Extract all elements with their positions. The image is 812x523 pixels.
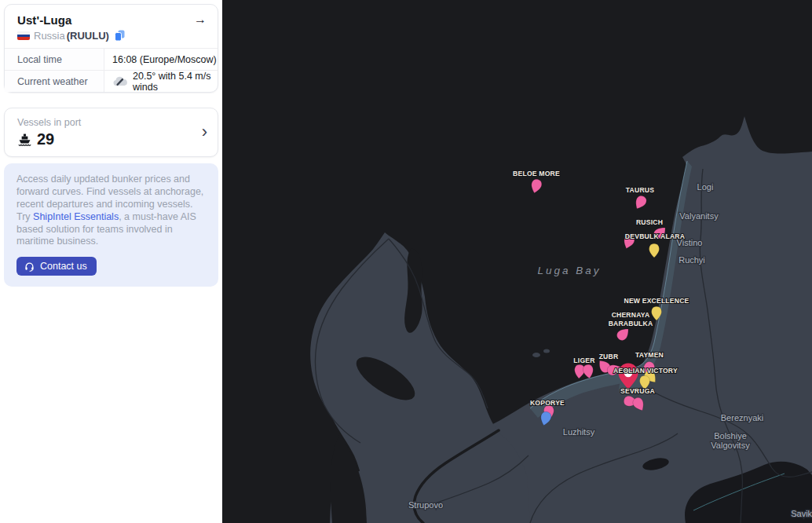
vessel-label: TAYMEN [635,351,664,359]
local-time-value: 16:08 (Europe/Moscow) [104,49,217,70]
town-label: Bolshiye [714,431,747,441]
vessel-label: NEW EXCELLENCE [624,297,689,305]
vessels-count: 29 [37,130,54,148]
bay-label: Luga Bay [537,265,601,276]
vessels-in-port-label: Vessels in port [17,117,205,128]
map[interactable]: LogiValyanitsyVistinoRuchyiBereznyakiBol… [222,0,812,523]
promo-card: Access daily updated bunker prices and f… [4,163,218,287]
vessel-label: AEOLIAN VICTORY [613,367,678,375]
vessel-label: ZUBR [599,353,619,360]
map-svg[interactable]: LogiValyanitsyVistinoRuchyiBereznyakiBol… [222,0,812,523]
shipintel-essentials-link[interactable]: ShipIntel Essentials [33,211,119,222]
vessels-in-port-card[interactable]: Vessels in port 29 › [4,108,218,157]
port-info-card: Ust'-Luga → Russia (RUULU) Local time 16… [4,4,218,93]
port-title: Ust'-Luga [17,13,71,27]
vessel-label: DEVBULK ALARA [625,232,685,240]
local-time-label: Local time [5,49,104,70]
vessel-label: BELOE MORE [513,170,560,177]
local-time-row: Local time 16:08 (Europe/Moscow) [5,48,218,70]
vessel-label: SEVRUGA [620,387,655,395]
forward-arrow-icon[interactable]: → [194,13,207,27]
town-label: Savikino [791,509,812,518]
chevron-right-icon[interactable]: › [202,123,207,141]
town-label: Bereznyaki [721,413,763,422]
vessel-label: RUSICH [636,218,663,226]
current-weather-row: Current weather 20.5° with 5.4 m/s winds [5,70,218,92]
vessel-label: BARABULKA [609,320,653,327]
ship-icon [17,133,32,146]
town-label: Ruchyi [678,255,705,265]
islet [532,353,540,357]
promo-text: Access daily updated bunker prices and f… [16,174,206,248]
copy-icon[interactable] [115,30,125,42]
vessel-label: KOPORYE [530,399,565,407]
town-label: Logi [697,182,714,192]
current-weather-label: Current weather [5,71,104,92]
current-weather-value: 20.5° with 5.4 m/s winds [133,71,218,93]
russia-flag-icon [17,31,30,40]
town-label: Valyanitsy [679,211,719,221]
islet [543,349,550,353]
town-label: Strupovo [408,500,443,510]
vessel-label: TAURUS [626,186,654,194]
town-label: Valgovitsy [711,441,750,450]
vessel-label: LIGER [573,357,595,364]
weather-cloud-icon [112,76,128,87]
vessel-label: CHERNAYA [612,311,650,319]
contact-us-button[interactable]: Contact us [16,257,97,276]
country-name: Russia [34,30,65,42]
port-locode: (RUULU) [67,30,109,42]
town-label: Luzhitsy [563,427,595,437]
sidebar: Ust'-Luga → Russia (RUULU) Local time 16… [0,0,222,523]
headset-icon [24,262,35,272]
